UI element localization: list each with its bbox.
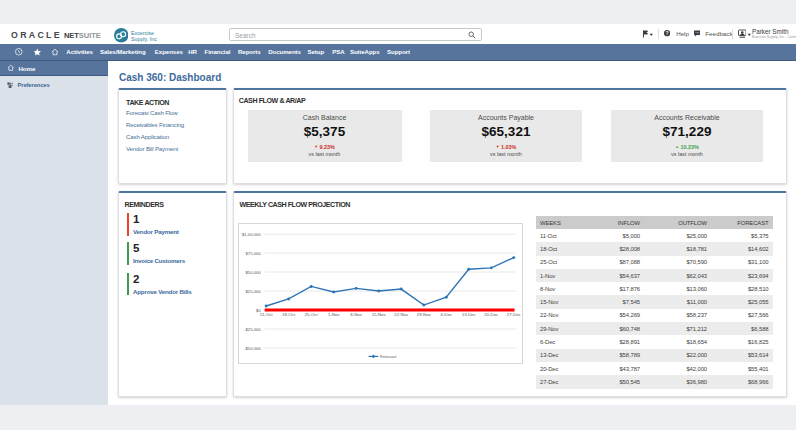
svg-text:18-Oct: 18-Oct	[282, 312, 296, 317]
svg-text:11-Oct: 11-Oct	[260, 312, 273, 317]
svg-text:20-Dec: 20-Dec	[484, 312, 499, 317]
svg-text:29-Nov: 29-Nov	[417, 312, 432, 317]
svg-text:22-Nov: 22-Nov	[394, 312, 409, 317]
svg-text:$1,00,000: $1,00,000	[242, 231, 261, 236]
svg-text:?: ?	[666, 31, 669, 36]
svg-text:27-Dec: 27-Dec	[507, 312, 522, 317]
svg-text:$25,000: $25,000	[245, 288, 261, 293]
svg-text:Forecast: Forecast	[380, 354, 397, 359]
svg-text:$75,000: $75,000	[245, 250, 261, 255]
svg-text:6-Dec: 6-Dec	[440, 312, 452, 317]
svg-text:-$25,000: -$25,000	[244, 326, 261, 331]
svg-text:25-Oct: 25-Oct	[305, 312, 319, 317]
svg-text:8-Nov: 8-Nov	[350, 312, 362, 317]
svg-text:$50,000: $50,000	[245, 269, 261, 274]
svg-text:15-Nov: 15-Nov	[372, 312, 387, 317]
svg-text:-$50,000: -$50,000	[244, 345, 261, 350]
svg-text:1-Nov: 1-Nov	[328, 312, 340, 317]
svg-text:13-Dec: 13-Dec	[462, 312, 477, 317]
